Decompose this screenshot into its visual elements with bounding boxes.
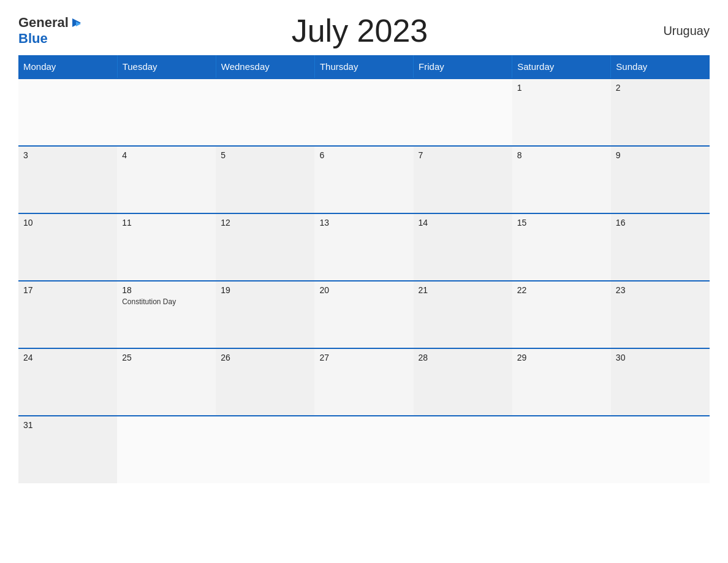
day-number: 30 [616,353,705,362]
calendar-day-cell[interactable] [18,79,117,146]
calendar-week-row: 24252627282930 [18,348,710,416]
day-number: 5 [221,150,309,160]
calendar-day-cell[interactable]: 2 [611,79,710,146]
calendar-day-cell[interactable] [216,416,314,483]
event-label: Constitution Day [122,297,211,306]
calendar-day-cell[interactable]: 31 [18,416,117,483]
page-header: General Blue July 2023 Uruguay [18,12,710,49]
day-number: 21 [419,285,507,295]
day-number: 19 [221,285,309,295]
calendar-week-row: 31 [18,416,710,483]
day-number: 22 [517,285,606,295]
weekday-header: Thursday [314,55,413,79]
calendar-day-cell[interactable]: 30 [611,348,710,416]
day-number: 27 [319,353,408,362]
calendar-day-cell[interactable]: 5 [216,146,314,213]
calendar-day-cell[interactable]: 28 [414,348,512,416]
calendar-day-cell[interactable] [314,79,413,146]
calendar-day-cell[interactable]: 23 [611,281,710,348]
calendar-body: 123456789101112131415161718Constitution … [18,79,710,483]
calendar-week-row: 12 [18,79,710,146]
day-number: 10 [23,218,112,228]
day-number: 31 [23,420,112,430]
day-number: 7 [419,150,507,160]
day-number: 18 [122,285,211,295]
day-number: 1 [517,83,606,93]
day-number: 11 [122,218,211,228]
calendar-day-cell[interactable]: 25 [117,348,216,416]
calendar-day-cell[interactable]: 8 [512,146,611,213]
calendar-table: MondayTuesdayWednesdayThursdayFridaySatu… [18,55,710,483]
calendar-day-cell[interactable]: 18Constitution Day [117,281,216,348]
day-number: 16 [616,218,705,228]
calendar-day-cell[interactable]: 17 [18,281,117,348]
calendar-day-cell[interactable]: 22 [512,281,611,348]
calendar-header: MondayTuesdayWednesdayThursdayFridaySatu… [18,55,710,79]
calendar-day-cell[interactable]: 6 [314,146,413,213]
calendar-day-cell[interactable]: 13 [314,213,413,281]
calendar-day-cell[interactable]: 4 [117,146,216,213]
calendar-day-cell[interactable] [117,79,216,146]
calendar-day-cell[interactable] [414,79,512,146]
day-number: 26 [221,353,309,362]
calendar-week-row: 1718Constitution Day1920212223 [18,281,710,348]
calendar-day-cell[interactable]: 3 [18,146,117,213]
calendar-day-cell[interactable]: 21 [414,281,512,348]
calendar-day-cell[interactable]: 9 [611,146,710,213]
day-number: 6 [319,150,408,160]
calendar-day-cell[interactable]: 1 [512,79,611,146]
calendar-day-cell[interactable]: 20 [314,281,413,348]
day-number: 12 [221,218,309,228]
logo-general-text: General [18,15,69,31]
weekday-row: MondayTuesdayWednesdayThursdayFridaySatu… [18,55,710,79]
month-title: July 2023 [292,12,428,49]
calendar-day-cell[interactable] [117,416,216,483]
calendar-day-cell[interactable]: 11 [117,213,216,281]
day-number: 9 [616,150,705,160]
weekday-header: Monday [18,55,117,79]
calendar-day-cell[interactable]: 14 [414,213,512,281]
day-number: 13 [319,218,408,228]
calendar-day-cell[interactable]: 12 [216,213,314,281]
calendar-day-cell[interactable] [611,416,710,483]
calendar-day-cell[interactable] [512,416,611,483]
day-number: 20 [319,285,408,295]
calendar-day-cell[interactable] [314,416,413,483]
weekday-header: Friday [414,55,512,79]
day-number: 14 [419,218,507,228]
calendar-day-cell[interactable]: 7 [414,146,512,213]
calendar-week-row: 3456789 [18,146,710,213]
day-number: 23 [616,285,705,295]
day-number: 15 [517,218,606,228]
calendar-day-cell[interactable]: 19 [216,281,314,348]
logo-blue-text: Blue [18,31,48,47]
day-number: 17 [23,285,112,295]
calendar-day-cell[interactable]: 16 [611,213,710,281]
calendar-day-cell[interactable]: 27 [314,348,413,416]
logo-triangle-icon [70,16,83,29]
weekday-header: Wednesday [216,55,314,79]
calendar-day-cell[interactable]: 15 [512,213,611,281]
day-number: 2 [616,83,705,93]
calendar-day-cell[interactable]: 10 [18,213,117,281]
calendar-day-cell[interactable]: 24 [18,348,117,416]
calendar-day-cell[interactable]: 26 [216,348,314,416]
day-number: 8 [517,150,606,160]
country-label: Uruguay [636,24,710,38]
calendar-week-row: 10111213141516 [18,213,710,281]
calendar-day-cell[interactable] [216,79,314,146]
weekday-header: Saturday [512,55,611,79]
day-number: 24 [23,353,112,362]
logo: General Blue [18,15,83,47]
calendar-day-cell[interactable]: 29 [512,348,611,416]
day-number: 4 [122,150,211,160]
calendar-day-cell[interactable] [414,416,512,483]
day-number: 3 [23,150,112,160]
weekday-header: Tuesday [117,55,216,79]
day-number: 29 [517,353,606,362]
day-number: 25 [122,353,211,362]
weekday-header: Sunday [611,55,710,79]
day-number: 28 [419,353,507,362]
